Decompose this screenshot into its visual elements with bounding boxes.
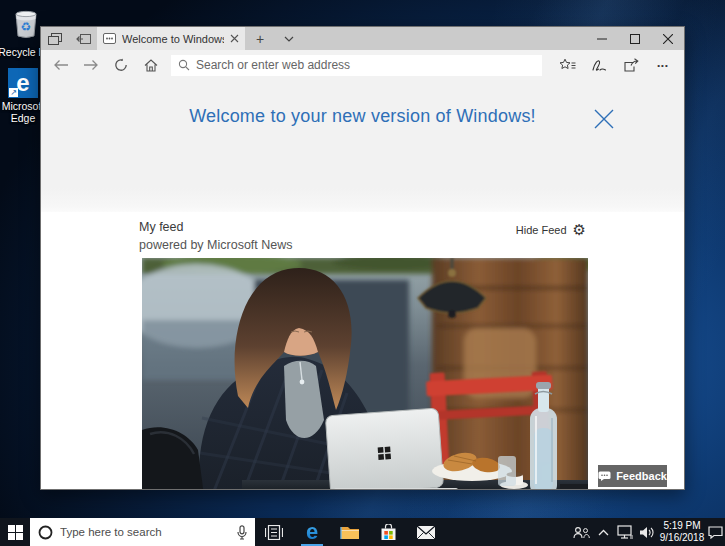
speaker-icon	[639, 526, 655, 539]
action-center-icon	[708, 526, 723, 539]
back-arrow-icon	[53, 59, 69, 71]
taskbar: e	[0, 518, 725, 546]
mail-icon	[416, 525, 436, 540]
welcome-banner: Welcome to your new version of Windows!	[41, 80, 684, 212]
ethernet-network-icon	[617, 525, 634, 539]
address-bar[interactable]	[171, 55, 542, 76]
close-window-button[interactable]	[651, 27, 684, 50]
microsoft-store-icon	[380, 524, 397, 541]
settings-more-button[interactable]: •••	[648, 52, 678, 78]
taskbar-store-button[interactable]	[369, 518, 407, 546]
taskbar-clock[interactable]: 5:19 PM 9/16/2018	[658, 518, 706, 546]
home-icon	[144, 59, 158, 72]
task-view-button[interactable]	[255, 518, 293, 546]
feedback-label: Feedback	[616, 470, 667, 482]
welcome-title: Welcome to your new version of Windows!	[189, 106, 536, 127]
new-tab-button[interactable]: +	[245, 27, 275, 50]
refresh-icon	[114, 58, 128, 72]
clock-time: 5:19 PM	[663, 520, 700, 532]
tabs-preview-icon	[48, 33, 62, 45]
people-button[interactable]	[570, 518, 592, 546]
file-explorer-icon	[340, 524, 360, 540]
feed-subtitle: powered by Microsoft News	[139, 238, 586, 252]
maximize-button[interactable]	[618, 27, 651, 50]
maximize-icon	[630, 34, 640, 44]
tab-preview-chevron-button[interactable]	[275, 27, 303, 50]
refresh-button[interactable]	[107, 52, 135, 78]
tab-favicon	[103, 33, 116, 44]
favorites-star-icon	[559, 58, 576, 72]
feedback-chat-icon	[598, 471, 611, 481]
forward-arrow-icon	[83, 59, 99, 71]
search-icon	[178, 59, 190, 71]
action-center-button[interactable]	[706, 518, 725, 546]
web-note-button[interactable]	[584, 52, 614, 78]
page-content: Welcome to your new version of Windows! …	[41, 80, 684, 489]
taskbar-file-explorer-button[interactable]	[331, 518, 369, 546]
my-feed-section: My feed powered by Microsoft News Hide F…	[41, 212, 684, 489]
recycle-bin-icon: ♻	[9, 6, 43, 40]
feedback-button[interactable]: Feedback	[598, 465, 667, 487]
hub-favorites-button[interactable]	[552, 52, 582, 78]
ellipsis-icon: •••	[657, 61, 668, 70]
start-button[interactable]	[0, 518, 30, 546]
tab-title: Welcome to Windows	[122, 33, 224, 45]
photo-illustration	[142, 258, 588, 489]
close-icon	[593, 108, 615, 130]
share-icon	[623, 58, 639, 72]
network-button[interactable]	[614, 518, 636, 546]
set-tabs-aside-button[interactable]	[69, 27, 97, 50]
tabs-set-aside-preview-button[interactable]	[41, 27, 69, 50]
taskbar-search-input[interactable]	[60, 526, 230, 538]
set-aside-icon	[76, 33, 91, 45]
taskbar-edge-button[interactable]: e	[293, 518, 331, 546]
forward-button[interactable]	[77, 52, 105, 78]
feed-hero-photo	[142, 258, 588, 489]
volume-button[interactable]	[636, 518, 658, 546]
banner-close-button[interactable]	[592, 107, 616, 131]
clock-date: 9/16/2018	[660, 532, 705, 544]
cortana-icon	[38, 525, 53, 540]
taskbar-mail-button[interactable]	[407, 518, 445, 546]
people-icon	[573, 526, 590, 539]
show-hidden-icons-button[interactable]	[592, 518, 614, 546]
chevron-up-icon	[598, 529, 609, 536]
hide-feed-button[interactable]: Hide Feed ⚙	[516, 222, 586, 237]
microphone-icon[interactable]	[237, 525, 247, 540]
close-icon	[663, 34, 673, 44]
share-button[interactable]	[616, 52, 646, 78]
hide-feed-label: Hide Feed	[516, 224, 567, 236]
photo-laptop	[325, 408, 458, 489]
svg-text:♻: ♻	[21, 20, 32, 34]
edge-browser-window: Welcome to Windows +	[40, 26, 685, 490]
browser-toolbar: •••	[41, 50, 684, 80]
taskbar-search-box[interactable]	[30, 518, 255, 546]
windows-logo-icon	[8, 525, 23, 540]
pen-icon	[591, 59, 607, 72]
shortcut-arrow-badge: ↗	[9, 88, 18, 97]
edge-icon: e	[306, 521, 318, 543]
tab-welcome-to-windows[interactable]: Welcome to Windows	[97, 27, 245, 50]
titlebar-drag-area[interactable]	[303, 27, 585, 50]
close-icon	[230, 34, 239, 43]
home-button[interactable]	[137, 52, 165, 78]
minimize-button[interactable]	[585, 27, 618, 50]
tab-close-button[interactable]	[230, 34, 239, 43]
desktop: ♻ Recycle Bin e ↗ Microsoft Edge	[0, 0, 725, 546]
back-button[interactable]	[47, 52, 75, 78]
task-view-icon	[265, 525, 283, 540]
system-tray: 5:19 PM 9/16/2018	[570, 518, 725, 546]
minimize-icon	[597, 34, 607, 44]
gear-icon[interactable]: ⚙	[573, 222, 586, 237]
edge-e-glyph: e	[16, 68, 29, 98]
chevron-down-icon	[284, 36, 294, 42]
address-bar-input[interactable]	[196, 58, 535, 72]
feed-header: My feed powered by Microsoft News Hide F…	[139, 220, 586, 252]
tab-bar: Welcome to Windows +	[41, 27, 684, 50]
edge-tile-icon: e ↗	[8, 68, 38, 98]
